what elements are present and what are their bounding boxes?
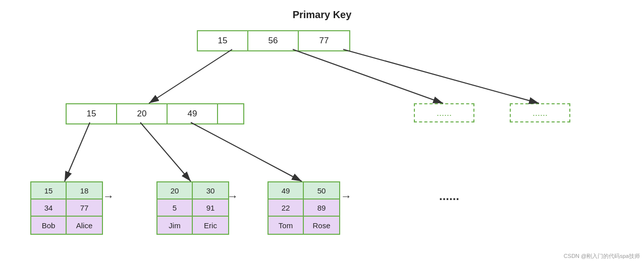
- svg-line-3: [343, 49, 539, 103]
- diagram-container: Primary Key 15 56 77 15 20 49 ...... ...…: [0, 0, 644, 264]
- root-cell-2: 77: [299, 31, 349, 50]
- leaf1-row2-0: Bob: [31, 217, 67, 234]
- root-cell-1: 56: [248, 31, 299, 50]
- leaf-arrow-3: [341, 190, 352, 203]
- leaf2-row2-1: Eric: [193, 217, 228, 234]
- svg-line-2: [293, 49, 443, 103]
- leaf1-key-0: 15: [31, 182, 67, 200]
- leaf-arrow-1: [103, 190, 114, 203]
- dashed-box-2: ......: [510, 103, 570, 122]
- l2-cell-1: 20: [117, 104, 168, 123]
- diagram-title: Primary Key: [0, 9, 644, 21]
- leaf1-row2-1: Alice: [67, 217, 102, 234]
- leaf2-key-0: 20: [157, 182, 193, 200]
- l2-cell-2: 49: [168, 104, 218, 123]
- leaf3-key-1: 50: [304, 182, 339, 200]
- svg-line-5: [140, 122, 191, 181]
- root-node: 15 56 77: [197, 30, 350, 51]
- leaf-node-1: 15 18 34 77 Bob Alice: [30, 181, 103, 235]
- leaf3-row1-0: 22: [269, 200, 304, 217]
- leaf3-row2-1: Rose: [304, 217, 339, 234]
- leaf2-key-1: 30: [193, 182, 228, 200]
- leaf3-row1-1: 89: [304, 200, 339, 217]
- level2-left-node: 15 20 49: [66, 103, 244, 124]
- l2-cell-0: 15: [67, 104, 117, 123]
- leaf2-row2-0: Jim: [157, 217, 193, 234]
- dashed-box-1: ......: [414, 103, 474, 122]
- leaf2-row1-1: 91: [193, 200, 228, 217]
- leaf3-row2-0: Tom: [269, 217, 304, 234]
- leaf1-row1-0: 34: [31, 200, 67, 217]
- svg-line-4: [65, 122, 90, 181]
- watermark: CSDN @刚入门的代码spa技师: [564, 252, 640, 260]
- leaf2-row1-0: 5: [157, 200, 193, 217]
- root-cell-0: 15: [198, 31, 248, 50]
- l2-cell-3: [218, 104, 243, 123]
- leaf-ellipsis: ......: [439, 189, 459, 203]
- leaf-node-2: 20 30 5 91 Jim Eric: [156, 181, 229, 235]
- leaf1-row1-1: 77: [67, 200, 102, 217]
- leaf1-key-1: 18: [67, 182, 102, 200]
- leaf3-key-0: 49: [269, 182, 304, 200]
- svg-line-1: [149, 49, 232, 103]
- leaf-node-3: 49 50 22 89 Tom Rose: [267, 181, 340, 235]
- leaf-arrow-2: [227, 190, 238, 203]
- svg-line-6: [191, 122, 302, 181]
